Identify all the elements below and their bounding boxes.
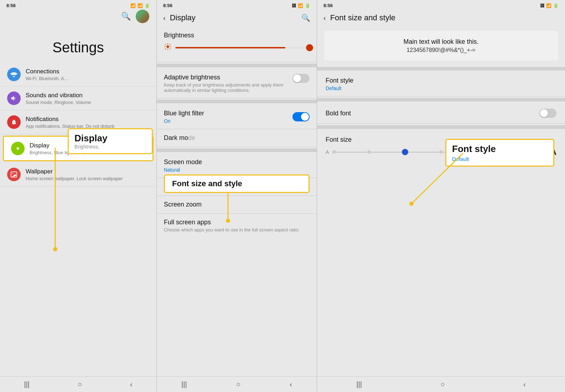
- font-style-row[interactable]: Font style Default: [317, 72, 565, 96]
- wallpaper-icon: [7, 168, 21, 181]
- bold-font-toggle[interactable]: [539, 109, 556, 118]
- font-back-btn[interactable]: ‹: [323, 14, 326, 22]
- screen-mode-value: Natural: [164, 167, 310, 173]
- home-btn-2[interactable]: ○: [236, 380, 240, 388]
- sun-icon: [164, 43, 172, 53]
- recent-btn-3[interactable]: |||: [356, 380, 362, 388]
- bold-font-row[interactable]: Bold font: [317, 103, 565, 124]
- font-a-small: A: [326, 149, 329, 155]
- svg-point-7: [166, 45, 169, 48]
- home-btn-1[interactable]: ○: [78, 380, 82, 388]
- svg-point-6: [53, 247, 57, 251]
- font-dot-3-active: [402, 149, 408, 155]
- screen-zoom-label: Screen zoom: [164, 201, 310, 208]
- display-top-bar: ‹ Display 🔍: [157, 10, 317, 26]
- dark-mode-label: Dark mode: [164, 134, 310, 142]
- status-bar-1: 8:56 📶 📶 🔋: [0, 0, 156, 10]
- font-style-callout-box: Font style Default: [445, 139, 554, 167]
- connections-subtitle: Wi-Fi, Bluetooth, A...: [26, 76, 68, 81]
- display-callout-box: Display Brightness,: [68, 128, 153, 154]
- status-bar-3: 8:56 🖼 📶 🔋: [317, 0, 565, 10]
- time-1: 8:56: [6, 3, 16, 8]
- font-style-label: Font style: [326, 77, 556, 84]
- display-icon: [11, 142, 25, 155]
- recent-btn-2[interactable]: |||: [181, 380, 187, 388]
- bold-font-label: Bold font: [326, 110, 351, 117]
- settings-list: Connections Wi-Fi, Bluetooth, A... Sound…: [0, 63, 156, 187]
- connections-title: Connections: [26, 68, 68, 75]
- display-search-btn[interactable]: 🔍: [301, 14, 310, 22]
- back-btn-2[interactable]: ‹: [290, 380, 292, 388]
- dark-mode-row[interactable]: Dark mode: [157, 129, 317, 147]
- settings-item-connections[interactable]: Connections Wi-Fi, Bluetooth, A...: [0, 63, 156, 87]
- wifi-3-icon: 📶: [546, 3, 551, 8]
- sounds-title: Sounds and vibration: [26, 92, 91, 99]
- divider-p3-3: [317, 125, 565, 129]
- svg-line-10: [165, 44, 166, 45]
- sounds-icon: [7, 92, 21, 105]
- svg-point-4: [12, 173, 13, 174]
- preview-text: Main text will look like this.: [331, 38, 551, 46]
- back-btn-3[interactable]: ‹: [523, 380, 526, 388]
- brightness-section: Brightness: [157, 26, 317, 62]
- divider-1: [157, 64, 317, 67]
- settings-item-sounds[interactable]: Sounds and vibration Sound mode, Rington…: [0, 87, 156, 110]
- svg-point-19: [409, 202, 414, 206]
- divider-p3-2: [317, 98, 565, 101]
- blue-light-toggle-knob: [301, 113, 309, 121]
- font-panel: 8:56 🖼 📶 🔋 ‹ Font size and style Main te…: [317, 0, 565, 392]
- home-btn-3[interactable]: ○: [440, 380, 445, 388]
- settings-panel: 8:56 📶 📶 🔋 🔍 Settings Connections Wi-Fi,…: [0, 0, 157, 392]
- font-size-callout-text: Font size and style: [172, 179, 242, 188]
- photo-status-icon-3: 🖼: [540, 3, 544, 8]
- brightness-label: Brightness: [164, 32, 310, 39]
- wallpaper-title: Wallpaper: [26, 168, 123, 175]
- font-style-callout-title: Font style: [452, 143, 548, 155]
- sounds-text: Sounds and vibration Sound mode, Rington…: [26, 92, 91, 105]
- full-screen-desc: Choose which apps you want to use in the…: [164, 227, 310, 232]
- display-panel: 8:56 🖼 📶 🔋 ‹ Display 🔍 Brightness: [157, 0, 317, 392]
- font-dot-1: [332, 150, 336, 154]
- wifi-2-icon: 📶: [298, 3, 303, 8]
- status-icons-1: 📶 📶 🔋: [130, 3, 150, 8]
- font-dot-2: [367, 150, 371, 154]
- divider-p3-1: [317, 67, 565, 70]
- brightness-thumb: [306, 44, 313, 51]
- full-screen-row[interactable]: Full screen apps Choose which apps you w…: [157, 214, 317, 237]
- photo-status-icon: 🖼: [292, 3, 296, 8]
- preview-chars: 1234567890!@#%&*()_+-=: [331, 47, 551, 53]
- notif-title: Notifications: [26, 116, 114, 123]
- nav-bar-3: ||| ○ ‹: [317, 376, 565, 392]
- blue-light-row[interactable]: Blue light filter On: [157, 105, 317, 129]
- recent-btn-1[interactable]: |||: [24, 380, 30, 388]
- bold-font-knob: [540, 109, 548, 117]
- screen-zoom-row[interactable]: Screen zoom: [157, 196, 317, 214]
- adaptive-label: Adaptive brightness: [164, 74, 289, 81]
- blue-light-status: On: [164, 118, 204, 124]
- display-back-btn[interactable]: ‹: [163, 14, 166, 22]
- divider-3: [157, 148, 317, 152]
- adaptive-toggle[interactable]: [292, 74, 310, 83]
- full-screen-label: Full screen apps: [164, 219, 310, 226]
- divider-2: [157, 100, 317, 103]
- wifi-status-icon: 📶: [130, 3, 136, 8]
- status-icons-2: 🖼 📶 🔋: [292, 3, 310, 8]
- back-btn-1[interactable]: ‹: [130, 380, 133, 388]
- avatar[interactable]: [136, 10, 149, 23]
- sounds-subtitle: Sound mode, Ringtone, Volume: [26, 100, 91, 105]
- font-style-callout-sub: Default: [452, 156, 548, 162]
- blue-light-toggle[interactable]: [292, 112, 310, 121]
- wallpaper-text: Wallpaper Home screen wallpaper, Lock sc…: [26, 168, 123, 181]
- time-3: 8:56: [323, 3, 333, 8]
- search-icon[interactable]: 🔍: [121, 12, 131, 21]
- font-page-title: Font size and style: [330, 13, 559, 22]
- brightness-fill: [175, 47, 285, 48]
- display-page-title: Display: [170, 13, 297, 22]
- brightness-slider[interactable]: [175, 47, 310, 48]
- settings-item-wallpaper[interactable]: Wallpaper Home screen wallpaper, Lock sc…: [0, 163, 156, 187]
- svg-point-2: [17, 148, 18, 149]
- battery-2-icon: 🔋: [305, 3, 310, 8]
- connections-text: Connections Wi-Fi, Bluetooth, A...: [26, 68, 68, 81]
- font-style-value: Default: [326, 85, 556, 91]
- adaptive-row[interactable]: Adaptive brightness Keep track of your b…: [157, 69, 317, 98]
